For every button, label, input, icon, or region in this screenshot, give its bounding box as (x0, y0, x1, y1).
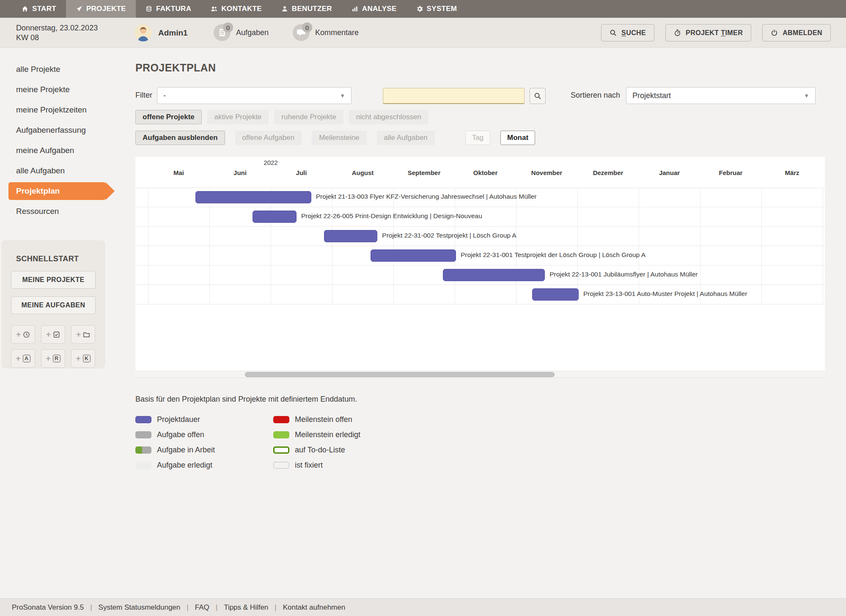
gantt-bar[interactable] (371, 249, 456, 262)
meine-aufgaben-button[interactable]: MEINE AUFGABEN (11, 296, 96, 314)
legend-item-meilenstein-erledigt: Meilenstein erledigt (273, 427, 360, 442)
header-bar: Donnerstag, 23.02.2023 KW 08 Admin1 0Auf… (0, 18, 846, 48)
month-label-juli: Juli (296, 169, 307, 176)
sidebar-item-alle-projekte[interactable]: alle Projekte (0, 59, 127, 79)
meilenstein-erledigt-swatch (273, 431, 289, 438)
aufgaben-counter[interactable]: 0Aufgaben (214, 24, 269, 41)
user-menu[interactable]: Admin1 (135, 24, 188, 41)
nav-item-projekte[interactable]: PROJEKTE (66, 0, 136, 18)
nav-item-kontakte[interactable]: KONTAKTE (201, 0, 272, 18)
legend-item-ist-fixiert: ist fixiert (273, 457, 360, 473)
chip-ruhende-projekte[interactable]: ruhende Projekte (274, 110, 343, 124)
chip-aktive-projekte[interactable]: aktive Projekte (207, 110, 269, 124)
suche-button[interactable]: SUCHE (601, 24, 654, 41)
gantt-bar[interactable] (195, 191, 311, 203)
horizontal-scrollbar-thumb[interactable] (245, 372, 555, 377)
nav-item-label: START (32, 5, 56, 13)
counter-label: Aufgaben (236, 28, 269, 37)
legend-label: Meilenstein offen (295, 415, 352, 424)
kommentare-counter[interactable]: 0Kommentare (293, 24, 359, 41)
nav-item-analyse[interactable]: ANALYSE (342, 0, 407, 18)
gear-icon (416, 5, 423, 12)
search-button[interactable] (530, 88, 546, 104)
gantt-bar[interactable] (532, 288, 579, 301)
month-label-januar: Januar (659, 169, 680, 176)
chip-meilensteine[interactable]: Meilensteine (312, 131, 366, 145)
button-label: ABMELDEN (783, 29, 822, 37)
clock-icon (23, 331, 30, 338)
month-label-februar: Februar (719, 169, 743, 176)
sidebar-item-ressourcen[interactable]: Ressourcen (0, 201, 127, 222)
rocket-icon (76, 5, 82, 12)
quick-add-folder-button[interactable]: + (71, 325, 95, 344)
search-icon (534, 92, 541, 100)
calendar-week: KW 08 (16, 33, 98, 43)
quick-add-clock-button[interactable]: + (11, 325, 35, 344)
sidebar-item-meine-projekte[interactable]: meine Projekte (0, 79, 127, 100)
footer-link-faq[interactable]: FAQ (195, 603, 209, 612)
aufgabe-offen-swatch (135, 431, 151, 438)
quick-add-k-button[interactable]: +K (71, 349, 95, 368)
power-icon (771, 29, 778, 36)
search-input[interactable] (383, 88, 525, 104)
sidebar-item-projektplan[interactable]: Projektplan (8, 182, 106, 200)
quick-add-a-button[interactable]: +A (11, 349, 35, 368)
projekt-timer-button[interactable]: PROJEKT TIMER (665, 24, 751, 41)
footer-link-tipps-hilfen[interactable]: Tipps & Hilfen (224, 603, 268, 612)
sidebar-item-alle-aufgaben[interactable]: alle Aufgaben (0, 161, 127, 181)
filter-select[interactable]: - ▼ (157, 87, 352, 104)
plus-icon: + (76, 330, 81, 339)
chip-alle-aufgaben[interactable]: alle Aufgaben (377, 131, 435, 145)
folder-icon (83, 331, 90, 338)
chip-nicht-abgeschlossen[interactable]: nicht abgeschlossen (349, 110, 428, 124)
gantt-bar[interactable] (443, 269, 545, 281)
view-toggle-tag[interactable]: Tag (465, 131, 490, 145)
legend-label: Aufgabe in Arbeit (157, 446, 215, 454)
sort-select[interactable]: Projektstart ▼ (626, 87, 816, 104)
gantt-row: Projekt 21-13-003 Flyer KFZ-Versicherung… (135, 188, 825, 207)
view-toggle-monat[interactable]: Monat (500, 131, 535, 145)
button-label: PROJEKT TIMER (686, 29, 743, 37)
aufgabe-arbeit-swatch (135, 446, 151, 454)
footer-bar: ProSonata Version 9.5|System Statusmeldu… (0, 598, 846, 616)
footer-link-kontakt-aufnehmen[interactable]: Kontakt aufnehmen (283, 603, 345, 612)
nav-item-benutzer[interactable]: BENUTZER (272, 0, 342, 18)
abmelden-button[interactable]: ABMELDEN (762, 24, 831, 41)
month-label-dezember: Dezember (593, 169, 624, 176)
letter-r-icon: R (53, 355, 60, 362)
quick-add-check-square-button[interactable]: + (41, 325, 65, 344)
sidebar-item-meine-aufgaben[interactable]: meine Aufgaben (0, 140, 127, 161)
chip-offene-projekte[interactable]: offene Projekte (135, 110, 202, 124)
gantt-bar[interactable] (324, 230, 377, 242)
sidebar-item-aufgabenerfassung[interactable]: Aufgabenerfassung (0, 120, 127, 140)
quick-add-r-button[interactable]: +R (41, 349, 65, 368)
nav-item-label: SYSTEM (427, 5, 457, 13)
coins-icon (146, 5, 152, 12)
date-line: Donnerstag, 23.02.2023 (16, 23, 98, 33)
month-label-oktober: Oktober (473, 169, 498, 176)
chevron-down-icon: ▼ (804, 93, 809, 99)
month-label-märz: März (785, 169, 799, 176)
nav-item-label: BENUTZER (292, 5, 332, 13)
gantt-row: Projekt 22-13-001 Jubiläumsflyer | Autoh… (135, 266, 825, 285)
schnellstart-title: SCHNELLSTART (16, 255, 105, 263)
gantt-bar[interactable] (253, 211, 297, 223)
count-badge: 0 (223, 22, 233, 33)
chip-offene-aufgaben[interactable]: offene Aufgaben (235, 131, 302, 145)
nav-item-start[interactable]: START (12, 0, 66, 18)
sidebar-item-meine-projektzeiten[interactable]: meine Projektzeiten (0, 100, 127, 120)
gantt-bar-label: Projekt 22-31-002 Testprojekt | Lösch Gr… (382, 232, 516, 239)
month-label-mai: Mai (173, 169, 184, 176)
chart-icon (352, 5, 358, 12)
footer-link-system-statusmeldungen[interactable]: System Statusmeldungen (99, 603, 181, 612)
nav-item-system[interactable]: SYSTEM (407, 0, 467, 18)
horizontal-scrollbar-track[interactable] (135, 371, 825, 378)
nav-item-faktura[interactable]: FAKTURA (136, 0, 201, 18)
legend-item-aufgabe-erledigt: Aufgabe erledigt (135, 457, 215, 473)
avatar (135, 24, 152, 41)
legend-item-auf-to-do-liste: auf To-do-Liste (273, 442, 360, 457)
chip-aufgaben-ausblenden[interactable]: Aufgaben ausblenden (135, 131, 225, 145)
meine-projekte-button[interactable]: MEINE PROJEKTE (11, 271, 96, 289)
current-date: Donnerstag, 23.02.2023 KW 08 (16, 23, 98, 43)
legend-label: auf To-do-Liste (295, 446, 345, 454)
